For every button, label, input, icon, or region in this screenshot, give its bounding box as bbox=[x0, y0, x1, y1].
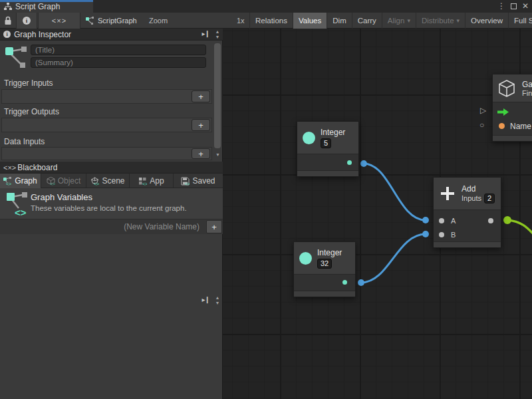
node-footer bbox=[434, 242, 501, 247]
tab-graph[interactable]: <> Graph bbox=[0, 174, 41, 188]
toolbar-toggle-group: Relations Values Dim Carry Align▾ Distri… bbox=[249, 13, 532, 29]
port-b-label: B bbox=[451, 231, 456, 239]
values-button[interactable]: Values bbox=[293, 13, 327, 29]
control-flow-arrow-icon[interactable] bbox=[497, 108, 509, 116]
dock-icon[interactable]: ▸❙ bbox=[202, 296, 209, 303]
script-graph-window: Script Graph ⋮ ✕ i <×> ScriptGra bbox=[0, 0, 532, 399]
graph-variables-icon: <> bbox=[3, 177, 12, 186]
graph-title-input[interactable] bbox=[31, 45, 206, 55]
carry-button[interactable]: Carry bbox=[352, 13, 382, 29]
svg-text:<>: <> bbox=[142, 182, 147, 186]
info-button[interactable]: i bbox=[16, 13, 37, 29]
scroll-down-icon[interactable]: ▼ bbox=[215, 301, 220, 306]
dock-icon[interactable]: ▸❙ bbox=[202, 30, 209, 37]
graph-inspector-title: Graph Inspector bbox=[14, 30, 71, 39]
inputs-label: Inputs bbox=[462, 194, 481, 202]
add-trigger-input-button[interactable]: + bbox=[192, 90, 210, 102]
data-inputs-list: + bbox=[1, 147, 212, 160]
add-trigger-output-button[interactable]: + bbox=[192, 119, 210, 131]
scroll-down-icon[interactable]: ▼ bbox=[215, 152, 220, 157]
output-port[interactable] bbox=[347, 160, 352, 165]
full-screen-button[interactable]: Full Screen bbox=[508, 13, 532, 29]
node-title: Add bbox=[462, 184, 495, 194]
blackboard-header: <×> Blackboard ▸❙ ▲ ▼ bbox=[0, 162, 223, 174]
info-icon: i bbox=[23, 17, 31, 25]
tab-saved[interactable]: <> Saved bbox=[174, 174, 223, 188]
graph-inspector-header: i Graph Inspector ▸❙ ▲ ▼ bbox=[0, 29, 223, 41]
align-dropdown[interactable]: Align▾ bbox=[382, 13, 416, 29]
info-icon: i bbox=[3, 31, 11, 38]
node-gameobject-find[interactable]: GameObject Find Name bbox=[492, 74, 532, 142]
output-port[interactable] bbox=[488, 218, 493, 223]
close-icon[interactable]: ✕ bbox=[522, 0, 529, 13]
chevron-down-icon: ▾ bbox=[457, 17, 460, 24]
zoom-label: Zoom bbox=[149, 17, 168, 25]
name-port-label: Name bbox=[510, 122, 531, 131]
integer-value-field[interactable]: 5 bbox=[321, 138, 331, 148]
variables-icon: <×> bbox=[3, 164, 16, 172]
scroll-up-icon[interactable]: ▲ bbox=[215, 29, 220, 35]
scroll-down-icon[interactable]: ▼ bbox=[215, 35, 220, 40]
code-view-button[interactable]: <×> bbox=[38, 13, 80, 29]
lock-button[interactable] bbox=[0, 13, 15, 29]
control-port-triangle-icon: ▷ bbox=[480, 106, 486, 114]
node-integer-32[interactable]: Integer 32 bbox=[293, 241, 356, 297]
graph-variables-icon: <> bbox=[5, 191, 29, 217]
svg-text:<>: <> bbox=[50, 182, 55, 186]
distribute-dropdown[interactable]: Distribute▾ bbox=[416, 13, 465, 29]
maximize-icon[interactable] bbox=[511, 3, 517, 9]
graph-variables-description: These variables are local to the current… bbox=[31, 204, 187, 212]
wire-integer32-to-b bbox=[361, 234, 426, 283]
node-footer bbox=[297, 171, 358, 176]
trigger-outputs-list: + bbox=[1, 118, 212, 132]
graph-toolbar: i <×> ScriptGraph Zoom 1x Relations Valu… bbox=[0, 13, 532, 29]
scroll-up-icon[interactable]: ▲ bbox=[215, 295, 220, 301]
side-panel: i Graph Inspector ▸❙ ▲ ▼ Trigger Inputs … bbox=[0, 29, 223, 399]
trigger-inputs-label: Trigger Inputs bbox=[4, 78, 53, 88]
input-port-a[interactable] bbox=[439, 218, 444, 223]
tab-object[interactable]: <> Object bbox=[41, 174, 86, 188]
graph-tab-icon bbox=[4, 3, 12, 11]
graph-canvas[interactable]: Integer 5 Integer 32 bbox=[223, 29, 532, 399]
panel-scroll-arrows[interactable]: ▲ ▼ bbox=[213, 295, 221, 306]
tab-app[interactable]: <> App bbox=[130, 174, 174, 188]
node-add[interactable]: Add Inputs 2 A B bbox=[433, 177, 501, 248]
port-a-label: A bbox=[451, 217, 456, 225]
script-graph-icon bbox=[85, 16, 94, 25]
svg-text:<>: <> bbox=[185, 182, 190, 186]
blackboard-tabs: <> Graph <> Object <> Scene bbox=[0, 174, 223, 188]
wire-endpoint bbox=[360, 160, 367, 167]
dim-button[interactable]: Dim bbox=[327, 13, 351, 29]
literal-icon bbox=[299, 252, 312, 265]
zoom-value: 1x bbox=[237, 17, 245, 25]
tab-label: Script Graph bbox=[15, 2, 60, 11]
overview-button[interactable]: Overview bbox=[465, 13, 508, 29]
scene-icon: <> bbox=[90, 177, 99, 186]
graph-summary-input[interactable] bbox=[31, 57, 206, 68]
name-input-port[interactable] bbox=[499, 123, 505, 129]
tab-scene[interactable]: <> Scene bbox=[86, 174, 130, 188]
relations-button[interactable]: Relations bbox=[249, 13, 293, 29]
blackboard-title: Blackboard bbox=[17, 163, 57, 172]
input-port-b[interactable] bbox=[439, 232, 444, 237]
window-menu-icon[interactable]: ⋮ bbox=[497, 0, 505, 13]
inputs-count-field[interactable]: 2 bbox=[484, 194, 495, 203]
svg-text:<>: <> bbox=[94, 182, 99, 186]
node-footer bbox=[493, 136, 532, 141]
node-integer-5[interactable]: Integer 5 bbox=[297, 121, 359, 177]
node-title: Integer bbox=[321, 128, 345, 137]
window-tab-bar: Script Graph ⋮ ✕ bbox=[0, 0, 532, 13]
saved-disk-icon: <> bbox=[181, 177, 190, 186]
output-port[interactable] bbox=[342, 280, 347, 285]
new-variable-input[interactable] bbox=[0, 219, 205, 234]
integer-value-field[interactable]: 32 bbox=[317, 259, 332, 269]
tab-script-graph[interactable]: Script Graph bbox=[0, 0, 93, 13]
node-footer bbox=[294, 291, 355, 297]
panel-scroll-arrows[interactable]: ▲ ▼ bbox=[213, 29, 221, 40]
graph-breadcrumb[interactable]: ScriptGraph bbox=[85, 13, 137, 29]
trigger-inputs-list: + bbox=[1, 89, 212, 104]
svg-text:<>: <> bbox=[6, 182, 11, 186]
inspector-scrollbar-thumb[interactable] bbox=[214, 43, 221, 148]
add-data-input-button[interactable]: + bbox=[192, 148, 210, 159]
add-variable-button[interactable]: + bbox=[206, 220, 222, 233]
